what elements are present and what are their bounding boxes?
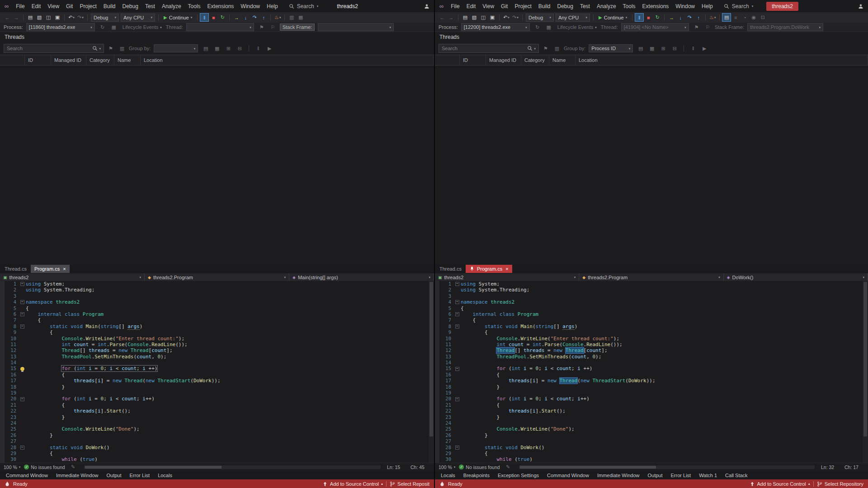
group-by-combo[interactable]: Process ID▾ — [589, 44, 633, 52]
collapse-region-icon[interactable]: − — [20, 282, 24, 286]
continue-button[interactable]: ▶Continue▾ — [596, 15, 630, 20]
breakpoint-margin[interactable] — [435, 342, 439, 347]
solution-configurations-combo[interactable]: Debug▾ — [91, 14, 119, 22]
save-icon[interactable]: ◫ — [479, 13, 488, 22]
step-into-icon[interactable]: ↓ — [241, 13, 250, 22]
breakpoint-margin[interactable] — [435, 372, 439, 378]
vertical-scrollbar[interactable] — [863, 281, 868, 463]
nav-dropdown-0[interactable]: ▣threads2▾ — [0, 273, 145, 281]
breakpoint-margin[interactable] — [0, 420, 5, 426]
zoom-selector[interactable]: 100 %▾ — [439, 465, 455, 470]
code-area[interactable]: 1−using System;2using System.Threading;3… — [0, 281, 429, 463]
menu-view[interactable]: View — [44, 2, 62, 10]
breakpoint-margin[interactable] — [0, 450, 5, 456]
show-next-statement-icon[interactable]: → — [667, 13, 676, 22]
add-to-source-control-button[interactable]: Add to Source Control▴ — [750, 481, 810, 487]
breakpoint-margin[interactable] — [0, 293, 5, 299]
new-project-icon[interactable]: ▤ — [461, 13, 470, 22]
breakpoint-margin[interactable] — [435, 445, 439, 450]
bottom-tab-locals[interactable]: Locals — [437, 472, 459, 479]
collapse-region-icon[interactable]: − — [20, 324, 24, 328]
step-out-icon[interactable]: ↑ — [259, 13, 268, 22]
thaw-threads-icon[interactable]: ▶ — [700, 44, 709, 53]
menu-file[interactable]: File — [448, 2, 462, 10]
open-file-icon[interactable]: ▧ — [35, 13, 44, 22]
collapse-region-icon[interactable]: − — [20, 300, 24, 304]
column-header-id[interactable]: ID — [25, 55, 51, 65]
all-threads-icon[interactable]: ▥ — [287, 13, 296, 22]
breakpoint-margin[interactable] — [435, 336, 439, 342]
breakpoint-margin[interactable] — [435, 414, 439, 420]
bottom-tab-command-window[interactable]: Command Window — [2, 472, 52, 479]
step-out-icon[interactable]: ↑ — [694, 13, 703, 22]
bottom-tab-call-stack[interactable]: Call Stack — [721, 472, 752, 479]
memory-window-icon[interactable]: ◉ — [749, 13, 758, 22]
breakpoint-margin[interactable] — [435, 347, 439, 353]
scrollbar-thumb[interactable] — [520, 466, 656, 469]
breakpoint-margin[interactable] — [0, 414, 5, 420]
breakpoint-margin[interactable] — [0, 445, 5, 450]
menu-project[interactable]: Project — [76, 2, 99, 10]
bottom-tab-breakpoints[interactable]: Breakpoints — [459, 472, 494, 479]
flat-list-icon[interactable]: ▤ — [201, 44, 210, 53]
new-project-icon[interactable]: ▤ — [26, 13, 35, 22]
nav-dropdown-1[interactable]: ◆threads2.Program▾ — [579, 273, 723, 281]
collapse-region-icon[interactable]: − — [455, 312, 459, 316]
nav-dropdown-0[interactable]: ▣threads2▾ — [435, 273, 579, 281]
menu-build[interactable]: Build — [535, 2, 554, 10]
breakpoint-margin[interactable] — [0, 299, 5, 305]
scrollbar-thumb[interactable] — [863, 282, 867, 436]
menu-extensions[interactable]: Extensions — [639, 2, 672, 10]
nav-dropdown-2[interactable]: ◈Main(string[] args)▾ — [289, 273, 434, 281]
breakpoint-margin[interactable] — [0, 432, 5, 438]
horizontal-scrollbar[interactable] — [519, 465, 815, 469]
track-changes-icon[interactable]: ✎ — [69, 463, 78, 471]
breakpoint-margin[interactable] — [0, 342, 5, 347]
flag-thread-icon[interactable]: ⚑ — [257, 23, 266, 32]
show-threads-in-source-icon[interactable]: ▤ — [722, 13, 731, 22]
threads-grid-body[interactable] — [435, 66, 868, 265]
columns-icon[interactable]: ▦ — [647, 44, 656, 53]
collapse-region-icon[interactable]: − — [455, 300, 459, 304]
breakpoint-margin[interactable] — [0, 408, 5, 414]
unflag-threads-icon[interactable]: ⚐ — [269, 23, 278, 32]
breakpoint-margin[interactable] — [0, 329, 5, 335]
breakpoint-margin[interactable] — [0, 456, 5, 462]
navigate-backward-icon[interactable]: ← — [3, 13, 12, 22]
code-area[interactable]: 1−using System;2using System.Threading;3… — [435, 281, 863, 463]
thread-combo[interactable]: [41904] <No Name>▾ — [621, 23, 689, 31]
tab-program-cs[interactable]: Program.cs× — [466, 265, 512, 273]
process-list-icon[interactable]: ▦ — [109, 23, 118, 32]
breakpoint-margin[interactable] — [0, 366, 5, 371]
parallel-stacks-icon[interactable]: ≡ — [731, 13, 740, 22]
breakpoint-margin[interactable] — [435, 456, 439, 462]
flagged-threads-icon[interactable]: ⚑ — [541, 44, 550, 53]
flagged-threads-icon[interactable]: ⚑ — [106, 44, 115, 53]
menu-view[interactable]: View — [479, 2, 497, 10]
expand-all-icon[interactable]: ⊞ — [224, 44, 233, 53]
collapse-all-icon[interactable]: ⊟ — [235, 44, 244, 53]
menu-debug[interactable]: Debug — [119, 2, 142, 10]
stop-debugging-icon[interactable]: ■ — [644, 13, 653, 22]
menu-test[interactable]: Test — [577, 2, 593, 10]
breakpoint-margin[interactable] — [435, 426, 439, 432]
bottom-tab-command-window[interactable]: Command Window — [543, 472, 593, 479]
menu-window[interactable]: Window — [672, 2, 698, 10]
unflag-threads-icon[interactable]: ⚐ — [703, 23, 712, 32]
menu-analyze[interactable]: Analyze — [594, 2, 619, 10]
hot-reload-icon[interactable]: ♨▾ — [273, 13, 282, 22]
scrollbar-thumb[interactable] — [85, 466, 222, 469]
solution-platforms-combo[interactable]: Any CPU▾ — [121, 14, 155, 22]
lifecycle-events-dropdown[interactable]: Lifecycle Events▾ — [556, 24, 599, 30]
refresh-process-icon[interactable]: ↻ — [98, 23, 107, 32]
thread-combo[interactable]: ▾ — [186, 23, 254, 31]
stack-frame-combo[interactable]: ▾ — [318, 23, 394, 31]
collapse-region-icon[interactable]: − — [455, 367, 459, 371]
breakpoint-margin[interactable] — [0, 305, 5, 311]
expand-all-icon[interactable]: ⊞ — [659, 44, 668, 53]
undo-icon[interactable]: ↶▾ — [67, 13, 76, 22]
breakpoint-margin[interactable] — [435, 396, 439, 402]
group-by-combo[interactable]: ▾ — [154, 44, 198, 52]
breakpoint-margin[interactable] — [435, 366, 439, 371]
breakpoint-margin[interactable] — [0, 336, 5, 342]
